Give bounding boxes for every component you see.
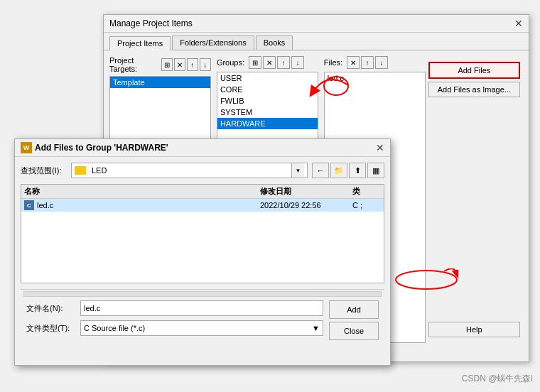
folder-icon (75, 166, 86, 175)
project-targets-up-btn[interactable]: ↑ (187, 58, 198, 71)
file-list-header: 名称 修改日期 类 (21, 185, 384, 199)
search-row: 查找范围(I): LED ▼ ← 📁 ⬆ ▦ (21, 163, 384, 178)
groups-header: Groups: ⊞ ✕ ↑ ↓ (217, 56, 318, 69)
project-targets-new-btn[interactable]: ⊞ (161, 58, 173, 71)
manage-tabs: Project Items Folders/Extensions Books (104, 33, 529, 50)
list-item[interactable]: SYSTEM (217, 107, 318, 118)
files-down-btn[interactable]: ↓ (375, 56, 388, 69)
combo-dropdown-arrow[interactable]: ▼ (291, 163, 304, 178)
search-folder-value: LED (92, 166, 107, 175)
toolbar-buttons: ← 📁 ⬆ ▦ (312, 163, 384, 178)
search-folder-combo[interactable]: LED ▼ (71, 163, 308, 178)
groups-new-btn[interactable]: ⊞ (249, 56, 261, 69)
filename-row: 文件名(N): (26, 300, 323, 316)
list-item[interactable]: led.c (325, 72, 425, 84)
files-header: Files: ✕ ↑ ↓ (324, 56, 426, 69)
action-buttons: Add Close (329, 300, 379, 340)
groups-down-btn[interactable]: ↓ (291, 56, 304, 69)
files-delete-btn[interactable]: ✕ (347, 56, 360, 69)
list-item[interactable]: Template (110, 77, 210, 88)
col-header-date: 修改日期 (260, 186, 352, 197)
new-folder-btn[interactable]: 📁 (330, 163, 347, 178)
groups-delete-btn[interactable]: ✕ (263, 56, 276, 69)
add-files-content: 查找范围(I): LED ▼ ← 📁 ⬆ ▦ 名称 修改日期 类 C (15, 157, 390, 346)
file-list-area: 名称 修改日期 类 C led.c 2022/10/29 22:56 C ; (21, 184, 384, 283)
help-btn[interactable]: Help (428, 322, 520, 337)
list-item[interactable]: HARDWARE (217, 118, 318, 129)
file-ext-type: C ; (352, 201, 381, 209)
back-btn[interactable]: ← (312, 163, 329, 178)
watermark: CSDN @蜗牛先森i (462, 373, 533, 385)
file-type-icon: C (24, 200, 34, 210)
up-folder-btn[interactable]: ⬆ (349, 163, 366, 178)
add-files-as-image-btn[interactable]: Add Files as Image... (428, 82, 520, 97)
list-item[interactable]: CORE (217, 84, 318, 95)
search-label: 查找范围(I): (21, 165, 67, 176)
manage-dialog-close-btn[interactable]: ✕ (514, 18, 523, 29)
project-targets-down-btn[interactable]: ↓ (200, 58, 211, 71)
add-files-btn[interactable]: Add Files (428, 62, 520, 79)
side-buttons-area: Add Files Add Files as Image... Help (426, 56, 523, 343)
tab-project-items[interactable]: Project Items (109, 36, 171, 50)
project-targets-header: Project Targets: ⊞ ✕ ↑ ↓ (109, 56, 211, 73)
view-btn[interactable]: ▦ (367, 163, 384, 178)
project-targets-label: Project Targets: (109, 56, 157, 73)
col-header-name: 名称 (24, 186, 260, 197)
groups-label: Groups: (217, 58, 244, 67)
scrollbar-track (23, 291, 382, 297)
close-btn[interactable]: Close (329, 322, 379, 340)
filetype-label: 文件类型(T): (26, 323, 76, 334)
files-label: Files: (324, 58, 342, 67)
groups-up-btn[interactable]: ↑ (277, 56, 290, 69)
tab-folders-extensions[interactable]: Folders/Extensions (172, 36, 254, 50)
filetype-select[interactable]: C Source file (*.c) ▼ (80, 320, 323, 336)
add-files-title: W Add Files to Group 'HARDWARE' (21, 142, 168, 153)
add-btn[interactable]: Add (329, 300, 379, 319)
add-files-titlebar: W Add Files to Group 'HARDWARE' ✕ (15, 139, 390, 157)
filename-label: 文件名(N): (26, 303, 76, 314)
col-header-type: 类 (352, 186, 381, 197)
file-name: led.c (37, 201, 260, 209)
bottom-form: 文件名(N): 文件类型(T): C Source file (*.c) ▼ A… (21, 300, 384, 340)
tab-books[interactable]: Books (256, 36, 293, 50)
manage-dialog-title: Manage Project Items (109, 18, 193, 28)
horizontal-scrollbar[interactable] (21, 289, 384, 298)
list-item[interactable]: FWLIB (217, 95, 318, 107)
file-row[interactable]: C led.c 2022/10/29 22:56 C ; (21, 199, 384, 212)
file-date: 2022/10/29 22:56 (260, 201, 352, 209)
filetype-row: 文件类型(T): C Source file (*.c) ▼ (26, 320, 323, 336)
list-item[interactable]: USER (217, 72, 318, 84)
filename-input[interactable] (80, 300, 323, 316)
keil-icon: W (21, 142, 32, 153)
add-files-dialog: W Add Files to Group 'HARDWARE' ✕ 查找范围(I… (14, 138, 391, 366)
select-arrow: ▼ (312, 324, 320, 332)
project-targets-delete-btn[interactable]: ✕ (174, 58, 185, 71)
add-files-close-btn[interactable]: ✕ (376, 142, 384, 153)
files-up-btn[interactable]: ↑ (361, 56, 374, 69)
manage-dialog-titlebar: Manage Project Items ✕ (104, 15, 529, 33)
